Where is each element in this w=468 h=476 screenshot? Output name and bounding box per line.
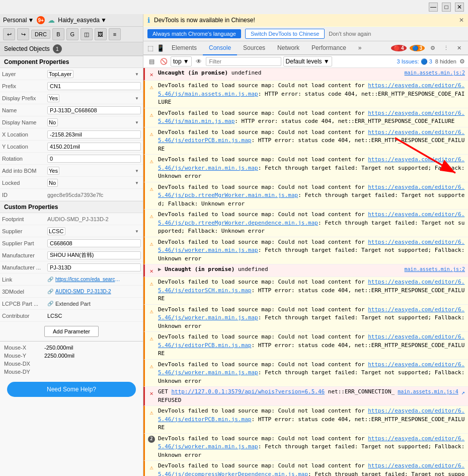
dont-show-button[interactable]: Don't show again bbox=[329, 31, 371, 37]
x-location-input[interactable] bbox=[47, 130, 141, 139]
issues-button[interactable]: 3 Issues: 🔵 3 bbox=[397, 58, 432, 65]
warn-icon: ⚠ bbox=[148, 129, 155, 139]
close-devtools-icon[interactable]: ✕ bbox=[454, 43, 464, 53]
more-options-icon[interactable]: ⋮ bbox=[441, 43, 451, 53]
warn-icon: ⚠ bbox=[148, 83, 155, 92]
tab-performance[interactable]: Performance bbox=[305, 41, 352, 55]
user-name: Haidy_easyeda bbox=[58, 17, 100, 24]
info-close-icon[interactable]: ✕ bbox=[459, 17, 464, 24]
error-icon: ✕ bbox=[148, 389, 155, 398]
selected-objects-label: Selected Objects bbox=[4, 45, 50, 52]
toolbar-btn-3[interactable]: ◫ bbox=[81, 28, 93, 40]
y-location-input[interactable] bbox=[47, 143, 141, 151]
link[interactable]: https://easyeda.com/editor/6.5.46/js/wor… bbox=[158, 306, 464, 321]
supplier-part-input[interactable] bbox=[47, 239, 141, 247]
link[interactable]: https://easyeda.com/editor/6.5.46/js/mai… bbox=[158, 110, 464, 125]
collapse-icon[interactable]: ▶ bbox=[158, 266, 162, 273]
toolbar-btn-img[interactable]: 🖼 bbox=[95, 28, 107, 40]
component-properties-title: Component Properties bbox=[0, 56, 143, 68]
title-bar: — □ ✕ bbox=[0, 0, 468, 14]
tab-sources[interactable]: Sources bbox=[237, 41, 271, 55]
console-filter-input[interactable] bbox=[206, 57, 281, 66]
add-bom-select[interactable]: Yes bbox=[47, 167, 59, 175]
switch-language-button[interactable]: Switch DevTools to Chinese bbox=[245, 29, 325, 39]
selected-count: 1 bbox=[53, 44, 62, 53]
maximize-button[interactable]: □ bbox=[442, 3, 451, 12]
tab-network[interactable]: Network bbox=[271, 41, 305, 55]
display-prefix-select[interactable]: Yes bbox=[47, 94, 59, 102]
user-button[interactable]: Haidy_easyeda ▼ bbox=[58, 17, 107, 24]
toolbar-btn-g[interactable]: G bbox=[66, 28, 79, 40]
layer-select-wrapper: TopLayer bbox=[47, 70, 141, 78]
minimize-button[interactable]: — bbox=[429, 3, 438, 12]
manufacturer-input[interactable] bbox=[47, 251, 141, 259]
match-language-button[interactable]: Always match Chrome's language bbox=[147, 29, 241, 38]
close-button[interactable]: ✕ bbox=[455, 3, 464, 12]
external-link-icon[interactable]: ↗ bbox=[461, 388, 465, 397]
msg-text: DevTools failed to load source map: Coul… bbox=[158, 407, 465, 432]
toolbar-btn-layers[interactable]: ≡ bbox=[109, 28, 121, 40]
supplier-select[interactable]: LCSC bbox=[47, 227, 65, 235]
level-selector[interactable]: Default levels ▼ bbox=[283, 56, 332, 66]
layer-select[interactable]: TopLayer bbox=[47, 70, 73, 78]
link-cell: 🔗 https://lcsc.com/eda_search?q... bbox=[47, 277, 141, 282]
manufacturer-part-input[interactable] bbox=[47, 263, 141, 271]
mouse-y-label: Mouse-Y bbox=[4, 353, 44, 359]
tab-elements[interactable]: Elements bbox=[166, 41, 203, 55]
toolbar-btn-1[interactable]: ↩ bbox=[3, 28, 15, 40]
link[interactable]: https://easyeda.com/editor/6.5.46/js/edi… bbox=[158, 407, 464, 423]
prefix-input[interactable] bbox=[47, 82, 141, 90]
prop-label-locked: Locked bbox=[2, 180, 47, 186]
link[interactable]: https://easyeda.com/editor/6.5.46/js/pcb… bbox=[158, 184, 464, 199]
link[interactable]: https://easyeda.com/editor/6.5.46/js/pcb… bbox=[158, 211, 464, 226]
msg-source[interactable]: main.assets.min.js:4 bbox=[398, 388, 458, 395]
link-value[interactable]: https://lcsc.com/eda_search?q... bbox=[55, 277, 121, 282]
toolbar-btn-2[interactable]: ↪ bbox=[17, 28, 29, 40]
hidden-button[interactable]: 8 hidden bbox=[435, 58, 456, 64]
drc-button[interactable]: DRC bbox=[31, 30, 50, 39]
extended-part-label: Extended Part bbox=[55, 301, 91, 307]
locked-select[interactable]: No bbox=[47, 179, 58, 187]
help-bubble[interactable]: Need Some Help? bbox=[7, 382, 136, 397]
get-link[interactable]: http://127.0.0.1:3579/api/whois?version=… bbox=[172, 388, 325, 395]
add-parameter-button[interactable]: Add Parameter bbox=[44, 326, 99, 337]
top-selector[interactable]: top ▼ bbox=[171, 56, 192, 66]
link[interactable]: https://easyeda.com/editor/6.5.46/js/wor… bbox=[158, 239, 464, 254]
link[interactable]: https://easyeda.com/editor/6.5.46/js/edi… bbox=[158, 279, 464, 294]
personal-button[interactable]: Personal ▼ bbox=[3, 17, 34, 24]
link[interactable]: https://easyeda.com/editor/6.5.46/js/wor… bbox=[158, 435, 464, 450]
3dmodel-value[interactable]: AUDIO-SMD_PJ-313D-2 bbox=[55, 289, 111, 294]
link[interactable]: https://easyeda.com/editor/6.5.46/js/wor… bbox=[158, 361, 464, 376]
device-toolbar-icon[interactable]: 📱 bbox=[155, 43, 166, 53]
settings-icon[interactable]: ⚙ bbox=[428, 43, 438, 53]
link[interactable]: https://easyeda.com/editor/6.5.46/js/edi… bbox=[158, 129, 464, 144]
console-settings-icon[interactable]: ⚙ bbox=[459, 58, 465, 65]
sidebar-toggle-icon[interactable]: ▤ bbox=[146, 56, 157, 66]
link[interactable]: https://easyeda.com/editor/6.5.46/js/dec… bbox=[158, 462, 464, 476]
prop-row-x-location: X Location bbox=[0, 128, 143, 141]
component-properties: Layer TopLayer Prefix Display Prefix Yes bbox=[0, 68, 143, 476]
msg-text: DevTools failed to load source map: Coul… bbox=[158, 109, 465, 126]
msg-source[interactable]: main.assets.min.js:2 bbox=[405, 265, 465, 273]
id-value: ggec8e95cda7393e7fc bbox=[47, 192, 141, 198]
mouse-x-value: -250.000mil bbox=[44, 345, 73, 351]
console-msg-warn-editorpcb-3: ⚠ DevTools failed to load source map: Co… bbox=[143, 406, 468, 434]
rotation-input[interactable] bbox=[47, 155, 141, 163]
toolbar-btn-b[interactable]: B bbox=[52, 28, 64, 40]
prop-label-link: Link bbox=[2, 277, 47, 283]
chevron-down-icon: ▼ bbox=[28, 17, 34, 24]
clear-console-icon[interactable]: 🚫 bbox=[159, 56, 169, 66]
link[interactable]: https://easyeda.com/editor/6.5.46/js/edi… bbox=[158, 333, 464, 349]
devtools-info-bar: ℹ DevTools is now available in Chinese! … bbox=[143, 14, 468, 27]
inspect-element-icon[interactable]: ⬚ bbox=[145, 43, 155, 53]
msg-source[interactable]: main.assets.min.js:2 bbox=[405, 69, 465, 77]
tab-console[interactable]: Console bbox=[203, 41, 237, 55]
name-input[interactable] bbox=[47, 106, 141, 114]
eye-icon[interactable]: 👁 bbox=[194, 56, 204, 66]
display-name-select[interactable]: No bbox=[47, 118, 58, 126]
msg-text: DevTools failed to load source map: Coul… bbox=[158, 278, 465, 303]
link[interactable]: https://easyeda.com/editor/6.5.46/js/mai… bbox=[158, 82, 464, 97]
error-icon: ✕ bbox=[148, 70, 155, 79]
tab-more[interactable]: » bbox=[352, 41, 368, 55]
link[interactable]: https://easyeda.com/editor/6.5.46/js/wor… bbox=[158, 156, 464, 171]
